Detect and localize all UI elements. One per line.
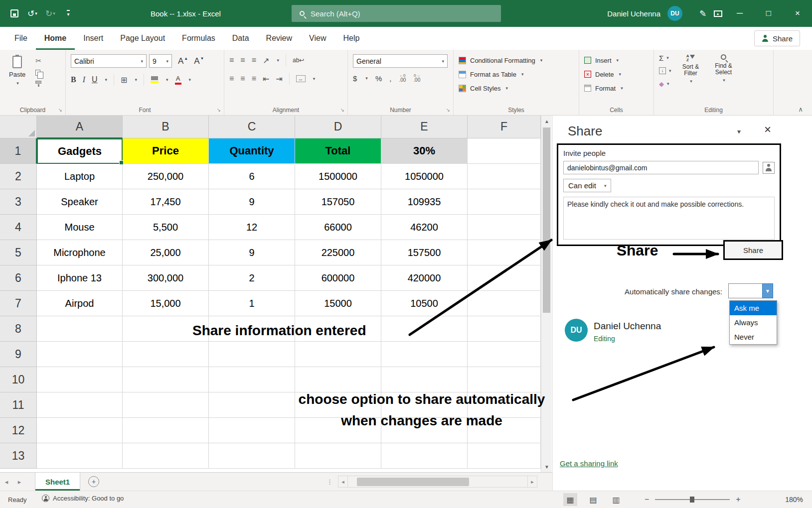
decrease-indent-button[interactable]: ⇤: [263, 74, 269, 84]
new-sheet-button[interactable]: +: [88, 476, 99, 487]
share-submit-button[interactable]: Share: [723, 240, 783, 260]
align-right-button[interactable]: ≡: [252, 74, 256, 83]
cell-B5[interactable]: 25,000: [123, 240, 209, 265]
select-all-corner[interactable]: [0, 116, 37, 138]
cell-E9[interactable]: [381, 342, 468, 367]
sheet-nav-left-icon[interactable]: ◂: [0, 478, 13, 486]
alignment-dialog-launcher[interactable]: ↘: [340, 107, 344, 113]
font-size-select[interactable]: 9▾: [149, 54, 172, 68]
cell-B2[interactable]: 250,000: [123, 164, 209, 189]
cell-D5[interactable]: 225000: [295, 240, 381, 265]
scroll-down-icon[interactable]: ▼: [541, 461, 552, 472]
invite-email-input[interactable]: [563, 161, 759, 174]
cell-F6[interactable]: [468, 265, 541, 291]
wrap-text-button[interactable]: ab↩: [293, 57, 304, 64]
cell-B12[interactable]: [123, 418, 209, 443]
clipboard-dialog-launcher[interactable]: ↘: [58, 107, 62, 113]
cell-A8[interactable]: [37, 316, 123, 342]
decrease-decimal-button[interactable]: 0→.00: [413, 74, 420, 83]
cell-A1[interactable]: Gadgets: [37, 138, 123, 164]
user-name[interactable]: Daniel Uchenna: [607, 9, 660, 18]
cell-B9[interactable]: [123, 342, 209, 367]
cell-F1[interactable]: [468, 138, 541, 164]
row-header-8[interactable]: 8: [0, 316, 37, 342]
row-header-7[interactable]: 7: [0, 291, 37, 316]
cell-B3[interactable]: 17,450: [123, 189, 209, 215]
menu-tab-data[interactable]: Data: [224, 27, 258, 50]
cell-B13[interactable]: [123, 443, 209, 469]
cell-A11[interactable]: [37, 392, 123, 418]
cell-D1[interactable]: Total: [295, 138, 381, 164]
cell-E8[interactable]: [381, 316, 468, 342]
cell-D9[interactable]: [295, 342, 381, 367]
cell-F3[interactable]: [468, 189, 541, 215]
menu-tab-home[interactable]: Home: [36, 27, 75, 50]
scroll-left-icon[interactable]: ◂: [338, 476, 348, 488]
dropdown-option-never[interactable]: Never: [730, 330, 777, 344]
cell-A6[interactable]: Iphone 13: [37, 265, 123, 291]
cell-B4[interactable]: 5,500: [123, 215, 209, 240]
middle-align-button[interactable]: ≡: [240, 56, 245, 65]
cell-A4[interactable]: Mouse: [37, 215, 123, 240]
cell-D13[interactable]: [295, 443, 381, 469]
auto-share-dropdown[interactable]: ▼: [728, 283, 773, 298]
cut-button[interactable]: ✂: [35, 57, 41, 65]
sort-filter-button[interactable]: AZ Sort & Filter ▾: [677, 53, 704, 105]
cell-A10[interactable]: [37, 367, 123, 392]
cell-C9[interactable]: [209, 342, 295, 367]
increase-indent-button[interactable]: ⇥: [276, 74, 282, 84]
autosum-button[interactable]: Σ▾: [659, 53, 671, 62]
zoom-level[interactable]: 180%: [785, 496, 803, 504]
save-button[interactable]: [7, 5, 22, 21]
cell-E3[interactable]: 109935: [381, 189, 468, 215]
normal-view-button[interactable]: ▦: [563, 493, 577, 506]
dropdown-option-always[interactable]: Always: [730, 315, 777, 330]
cell-D4[interactable]: 66000: [295, 215, 381, 240]
row-header-10[interactable]: 10: [0, 367, 37, 392]
dropdown-option-ask-me[interactable]: Ask me: [730, 301, 777, 315]
cell-E13[interactable]: [381, 443, 468, 469]
cell-E7[interactable]: 10500: [381, 291, 468, 316]
row-header-12[interactable]: 12: [0, 418, 37, 443]
cell-F9[interactable]: [468, 342, 541, 367]
paste-button[interactable]: Paste ▾: [5, 54, 29, 105]
inking-pen-icon[interactable]: ✎: [695, 5, 710, 21]
comma-format-button[interactable]: ,: [389, 74, 391, 83]
underline-button[interactable]: U: [92, 75, 98, 84]
conditional-formatting-button[interactable]: Conditional Formatting▾: [459, 53, 574, 67]
accessibility-status[interactable]: Accessibility: Good to go: [42, 495, 124, 502]
cell-A5[interactable]: Microphone: [37, 240, 123, 265]
cell-E2[interactable]: 1050000: [381, 164, 468, 189]
increase-decimal-button[interactable]: ←0.00: [399, 74, 406, 83]
bold-button[interactable]: B: [71, 75, 76, 84]
menu-tab-insert[interactable]: Insert: [75, 27, 112, 50]
ribbon-display-options-button[interactable]: ▴: [710, 5, 725, 21]
scroll-right-icon[interactable]: ▸: [527, 476, 537, 488]
menu-tab-help[interactable]: Help: [334, 27, 368, 50]
sheet-tab-sheet1[interactable]: Sheet1: [35, 473, 80, 491]
top-align-button[interactable]: ≡: [229, 56, 234, 65]
row-header-3[interactable]: 3: [0, 189, 37, 215]
bottom-align-button[interactable]: ≡: [252, 56, 256, 65]
cell-B6[interactable]: 300,000: [123, 265, 209, 291]
column-header-B[interactable]: B: [123, 116, 209, 138]
cell-B11[interactable]: [123, 392, 209, 418]
horizontal-scroll-track[interactable]: [348, 476, 527, 488]
cell-B1[interactable]: Price: [123, 138, 209, 164]
font-color-button[interactable]: A: [175, 75, 181, 85]
maximize-button[interactable]: □: [754, 0, 783, 27]
page-layout-view-button[interactable]: ▤: [586, 493, 600, 506]
format-cells-button[interactable]: Format▾: [584, 81, 649, 95]
address-book-icon[interactable]: [763, 162, 775, 174]
cell-D2[interactable]: 1500000: [295, 164, 381, 189]
cell-C4[interactable]: 12: [209, 215, 295, 240]
row-header-9[interactable]: 9: [0, 342, 37, 367]
cell-D3[interactable]: 157050: [295, 189, 381, 215]
fill-button[interactable]: ↓▾: [659, 66, 671, 75]
menu-tab-page-layout[interactable]: Page Layout: [112, 27, 173, 50]
cell-E6[interactable]: 420000: [381, 265, 468, 291]
font-dialog-launcher[interactable]: ↘: [217, 107, 221, 113]
cell-A2[interactable]: Laptop: [37, 164, 123, 189]
borders-button[interactable]: ⊞: [121, 75, 127, 85]
cell-A12[interactable]: [37, 418, 123, 443]
